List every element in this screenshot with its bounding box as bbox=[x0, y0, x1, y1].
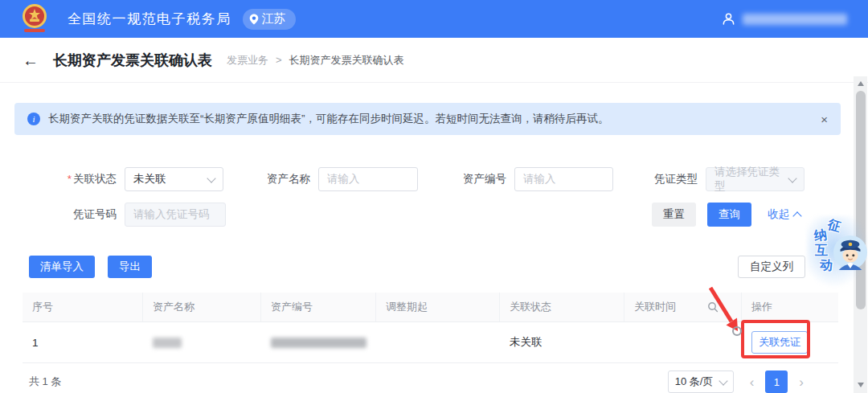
brand: 全国统一规范电子税务局 江苏 bbox=[21, 4, 296, 35]
cell-action: 关联凭证 bbox=[742, 331, 838, 354]
mascot-char: 动 bbox=[819, 258, 833, 272]
mascot-char: 互 bbox=[815, 244, 828, 257]
info-banner-text: 长期资产关联的凭证数据关联至“长期资产原值明细表”，可能存在同步时间延迟。若短时… bbox=[48, 112, 609, 126]
customize-columns-button[interactable]: 自定义列 bbox=[738, 256, 805, 278]
asset-code-input[interactable]: 请输入 bbox=[514, 167, 613, 191]
breadcrumb: 发票业务 > 长期资产发票关联确认表 bbox=[227, 53, 404, 68]
asset-code-label: 资产编号 bbox=[418, 172, 514, 186]
next-page-button[interactable]: › bbox=[799, 375, 804, 389]
region-badge[interactable]: 江苏 bbox=[243, 9, 296, 30]
link-status-value: 未关联 bbox=[133, 172, 166, 186]
page-size-select[interactable]: 10 条/页 bbox=[668, 370, 734, 393]
reset-button[interactable]: 重置 bbox=[652, 203, 696, 227]
interaction-mascot-widget[interactable]: 征 纳 互 动 bbox=[807, 216, 868, 287]
export-button[interactable]: 导出 bbox=[108, 256, 152, 278]
link-voucher-button[interactable]: 关联凭证 bbox=[751, 331, 808, 354]
page-header: ← 长期资产发票关联确认表 发票业务 > 长期资产发票关联确认表 bbox=[0, 38, 868, 83]
app-title: 全国统一规范电子税务局 bbox=[68, 10, 231, 28]
chevron-down-icon bbox=[788, 174, 796, 182]
scroll-up-icon[interactable] bbox=[858, 81, 864, 86]
total-count: 共 1 条 bbox=[23, 375, 61, 389]
collapse-label: 收起 bbox=[768, 207, 789, 222]
scroll-down-icon[interactable] bbox=[858, 383, 864, 387]
voucher-type-placeholder: 请选择凭证类型 bbox=[714, 165, 789, 194]
import-list-button[interactable]: 清单导入 bbox=[29, 256, 95, 278]
info-banner: i 长期资产关联的凭证数据关联至“长期资产原值明细表”，可能存在同步时间延迟。若… bbox=[14, 103, 841, 135]
search-icon[interactable] bbox=[707, 301, 719, 313]
region-label: 江苏 bbox=[262, 11, 286, 27]
top-header: 全国统一规范电子税务局 江苏 bbox=[0, 0, 868, 38]
table-row: 1 未关联 关联凭证 bbox=[23, 322, 838, 363]
chevron-up-icon bbox=[792, 211, 801, 220]
asset-name-input[interactable]: 请输入 bbox=[318, 167, 418, 191]
cell-status: 未关联 bbox=[500, 335, 624, 350]
asset-code-redacted bbox=[271, 338, 366, 348]
asset-name-placeholder: 请输入 bbox=[327, 172, 360, 186]
asset-code-placeholder: 请输入 bbox=[523, 172, 556, 186]
voucher-number-label: 凭证号码 bbox=[14, 207, 125, 222]
table-header-row: 序号 资产名称 资产编号 调整期起 关联状态 关联时间 操作 bbox=[23, 293, 838, 322]
filter-row-1: *关联状态 未关联 资产名称 请输入 资产编号 请输入 凭证类型 请选择凭证类型 bbox=[14, 167, 841, 191]
filter-actions: 重置 查询 收起 bbox=[652, 203, 800, 227]
user-name-redacted bbox=[743, 14, 847, 25]
user-icon bbox=[722, 12, 735, 26]
national-emblem-logo-icon bbox=[21, 4, 48, 35]
chevron-down-icon bbox=[719, 376, 727, 385]
app-window: 全国统一规范电子税务局 江苏 ← 长期资产发票关联确认表 发票业务 > 长期资产… bbox=[0, 0, 868, 393]
link-status-select[interactable]: 未关联 bbox=[125, 167, 223, 191]
col-header-action: 操作 bbox=[742, 293, 838, 321]
asset-name-label: 资产名称 bbox=[223, 172, 318, 186]
current-page-button[interactable]: 1 bbox=[765, 370, 788, 393]
voucher-type-label: 凭证类型 bbox=[613, 172, 706, 186]
col-header-seq: 序号 bbox=[23, 293, 143, 321]
col-header-asset-name: 资产名称 bbox=[143, 293, 261, 321]
cell-seq: 1 bbox=[23, 337, 143, 349]
toolbar: 清单导入 导出 自定义列 bbox=[23, 256, 838, 278]
main-content: i 长期资产关联的凭证数据关联至“长期资产原值明细表”，可能存在同步时间延迟。若… bbox=[14, 83, 841, 393]
breadcrumb-item-invoice-business[interactable]: 发票业务 bbox=[227, 53, 268, 68]
link-status-label: *关联状态 bbox=[14, 172, 125, 186]
info-icon: i bbox=[27, 113, 40, 125]
close-banner-button[interactable]: × bbox=[821, 113, 828, 126]
page-size-value: 10 条/页 bbox=[675, 375, 714, 389]
user-account[interactable] bbox=[722, 12, 847, 26]
search-button[interactable]: 查询 bbox=[707, 203, 751, 227]
cell-asset-code bbox=[261, 338, 376, 348]
link-time-label: 关联时间 bbox=[634, 300, 676, 314]
pagination: 10 条/页 ‹ 1 › bbox=[668, 370, 804, 393]
collapse-link[interactable]: 收起 bbox=[768, 207, 800, 222]
back-button[interactable]: ← bbox=[23, 52, 39, 68]
prev-page-button[interactable]: ‹ bbox=[750, 375, 755, 389]
col-header-adjust-start: 调整期起 bbox=[376, 293, 500, 321]
col-header-status: 关联状态 bbox=[500, 293, 624, 321]
breadcrumb-item-current: 长期资产发票关联确认表 bbox=[289, 53, 404, 68]
col-header-asset-code: 资产编号 bbox=[261, 293, 376, 321]
col-header-link-time: 关联时间 bbox=[624, 293, 742, 321]
voucher-type-select[interactable]: 请选择凭证类型 bbox=[706, 167, 805, 191]
voucher-number-placeholder: 请输入凭证号码 bbox=[133, 207, 210, 222]
page-title: 长期资产发票关联确认表 bbox=[53, 51, 212, 70]
required-mark: * bbox=[68, 173, 72, 185]
breadcrumb-separator: > bbox=[276, 54, 282, 66]
mascot-char: 纳 bbox=[813, 228, 828, 243]
results-table: 序号 资产名称 资产编号 调整期起 关联状态 关联时间 操作 1 bbox=[23, 293, 838, 363]
asset-name-redacted bbox=[153, 338, 182, 348]
cell-asset-name bbox=[143, 338, 261, 348]
filter-row-2: 凭证号码 请输入凭证号码 重置 查询 收起 bbox=[14, 203, 841, 227]
table-section: 清单导入 导出 自定义列 序号 资产名称 资产编号 调整期起 关联状态 关联时间 bbox=[23, 256, 838, 393]
voucher-number-input[interactable]: 请输入凭证号码 bbox=[125, 203, 226, 227]
location-pin-icon bbox=[249, 14, 259, 25]
mascot-avatar-icon bbox=[833, 235, 868, 270]
table-footer: 共 1 条 10 条/页 ‹ 1 › bbox=[23, 370, 838, 393]
chevron-down-icon bbox=[207, 174, 215, 182]
